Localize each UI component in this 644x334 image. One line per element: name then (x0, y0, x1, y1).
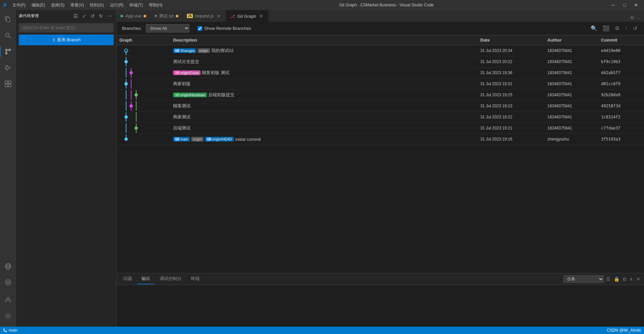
request-js-icon: JS (187, 14, 193, 18)
graph-cell (119, 123, 173, 133)
panel-tab-problems[interactable]: 问题 (119, 274, 136, 284)
panel-tab-bar: 问题 输出 调试控制台 终端 任务 ☰ 🔒 ⧉ ∧ ✕ (117, 273, 644, 285)
date-cell: 31 Jul 2023 20:22 (480, 59, 547, 64)
tab-app-vue[interactable]: ▶ App.vue (117, 10, 151, 22)
menu-goto[interactable]: 转到(G) (87, 2, 106, 9)
graph-cell (119, 68, 173, 77)
terminal-icon[interactable]: ⬛ (601, 24, 611, 33)
panel-tab-output[interactable]: 输出 (138, 274, 154, 284)
panel-content (117, 285, 644, 327)
table-row[interactable]: ⎇origin/Guke顾客初版 测试31 Jul 2023 19:361834… (117, 67, 644, 78)
more-tabs-icon[interactable]: ··· (635, 14, 641, 22)
activity-bar-item-run[interactable] (0, 60, 16, 76)
tab-git-graph[interactable]: ⎇ Git Graph ✕ (226, 10, 268, 22)
menu-select[interactable]: 选择(S) (48, 2, 67, 9)
commit-hash-cell: 3f5193a3 (601, 137, 641, 142)
table-row[interactable]: 后端测试31 Jul 2023 19:2118348375641c7fdae37 (117, 123, 644, 134)
menu-view[interactable]: 查看(V) (68, 2, 87, 9)
panel-copy-icon[interactable]: ⧉ (622, 275, 627, 283)
svg-rect-12 (8, 84, 11, 87)
close-button[interactable]: ✕ (631, 1, 641, 9)
date-cell: 31 Jul 2023 19:22 (480, 115, 547, 119)
show-remote-input[interactable] (198, 26, 202, 31)
branch-tag: origin (191, 137, 204, 142)
commit-message-input[interactable] (19, 23, 114, 33)
titlebar: ✗ 文件(F) 编辑(E) 选择(S) 查看(V) 转到(G) 运行(R) 终端… (0, 0, 644, 10)
table-row[interactable]: ⎇mainorigin⎇origin/HEADInitial commit31 … (117, 134, 644, 145)
col-commit: Commit (601, 38, 641, 43)
svg-point-6 (6, 53, 7, 54)
commit-hash-cell: e4d19e80 (601, 48, 641, 53)
tab-close-request-js[interactable]: ✕ (216, 13, 222, 19)
refresh-icon[interactable]: ↺ (632, 24, 639, 33)
tab-close-git-graph[interactable]: ✕ (258, 13, 264, 19)
table-row[interactable]: ⎇origin/Houduan后端初版提交31 Jul 2023 19:2518… (117, 90, 644, 101)
tab-request-js[interactable]: JS request.js ✕ (183, 10, 226, 22)
commit-hash-cell: 49258f3d (601, 104, 641, 108)
panel-tab-terminal[interactable]: 终端 (187, 274, 204, 284)
activity-bar-item-ai[interactable] (0, 274, 16, 290)
sidebar-refresh-icon[interactable]: ↺ (89, 13, 96, 19)
table-row[interactable]: 顾客测试31 Jul 2023 19:231834837564149258f3d (117, 101, 644, 112)
panel-right: 任务 ☰ 🔒 ⧉ ∧ ✕ (564, 275, 641, 283)
table-row[interactable]: 测试分支提交31 Jul 2023 20:2218348375641bf9c19… (117, 56, 644, 67)
table-row[interactable]: 商家初版31 Jul 2023 19:3118348375641d01cc8f9 (117, 78, 644, 90)
publish-icon: ⇧ (52, 38, 56, 43)
table-row[interactable]: ⎇Shangjiaorigin我的测试0231 Jul 2023 20:3418… (117, 45, 644, 56)
settings-icon[interactable]: ⚙ (613, 24, 621, 33)
git-graph-toolbar: Branches: Show All Show Remote Branches … (117, 22, 644, 35)
status-bar-branch[interactable]: main (3, 328, 17, 333)
activity-bar-item-extensions[interactable] (0, 76, 16, 92)
menu-run[interactable]: 运行(R) (107, 2, 126, 9)
description-cell: 顾客测试 (173, 103, 480, 109)
sidebar-more-icon[interactable]: ··· (106, 13, 114, 19)
commit-message: 我的测试02 (211, 48, 233, 54)
split-editor-icon[interactable]: ⧉ (629, 14, 635, 22)
activity-bar-item-account[interactable] (0, 292, 16, 308)
panel-lock-icon[interactable]: 🔒 (613, 275, 621, 283)
menu-edit[interactable]: 编辑(E) (29, 2, 48, 9)
menu-terminal[interactable]: 终端(T) (127, 2, 145, 9)
editor-area: ▶ App.vue ≡ 测试.txt JS request.js ✕ ⎇ Git… (117, 10, 644, 327)
tab-test-txt[interactable]: ≡ 测试.txt (151, 10, 183, 22)
menu-file[interactable]: 文件(F) (10, 2, 28, 9)
tab-bar: ▶ App.vue ≡ 测试.txt JS request.js ✕ ⎇ Git… (117, 10, 644, 22)
panel-tab-debug[interactable]: 调试控制台 (156, 274, 185, 284)
commit-hash-cell: 442ab5f7 (601, 70, 641, 75)
svg-point-32 (124, 82, 128, 86)
fetch-icon[interactable]: ↑ (624, 24, 629, 33)
activity-bar-item-source-control[interactable] (0, 44, 16, 60)
branches-select[interactable]: Show All (146, 24, 190, 33)
sidebar-check-icon[interactable]: ✓ (81, 13, 88, 19)
description-cell: 测试分支提交 (173, 59, 480, 65)
publish-branch-button[interactable]: ⇧ 发布 Branch (19, 35, 114, 45)
restore-button[interactable]: □ (619, 1, 630, 9)
search-commits-icon[interactable]: 🔍 (589, 24, 599, 33)
commit-hash-cell: c7fdae37 (601, 126, 641, 130)
sidebar-sync-icon[interactable]: ↻ (98, 13, 105, 19)
show-remote-checkbox: Show Remote Branches (198, 26, 251, 31)
activity-bar-item-explorer[interactable] (0, 11, 16, 27)
activity-bar-item-settings[interactable] (0, 308, 16, 324)
date-cell: 31 Jul 2023 19:16 (480, 137, 547, 142)
commit-message: 测试分支提交 (173, 59, 199, 65)
sidebar-menu-icon[interactable]: ☰ (72, 13, 79, 19)
app-layout: 源代码管理 ☰ ✓ ↺ ↻ ··· ⇧ 发布 Branch (0, 10, 644, 327)
menu-help[interactable]: 帮助(H) (146, 2, 165, 9)
panel-close-icon[interactable]: ✕ (635, 275, 641, 283)
activity-bar-item-remote[interactable] (0, 258, 16, 274)
tab-label-test-txt: 测试.txt (159, 13, 173, 19)
svg-point-37 (135, 93, 138, 97)
author-cell: 18348375641 (547, 115, 601, 119)
task-select[interactable]: 任务 (564, 275, 604, 283)
graph-cell (119, 79, 173, 89)
graph-cell (119, 46, 173, 55)
activity-bar-item-search[interactable] (0, 27, 16, 44)
minimize-button[interactable]: ─ (608, 1, 619, 9)
graph-cell (119, 57, 173, 66)
panel-menu-icon[interactable]: ☰ (605, 275, 611, 283)
date-cell: 31 Jul 2023 19:36 (480, 70, 547, 75)
commit-message: 商家初版 (173, 81, 191, 87)
panel-chevron-up-icon[interactable]: ∧ (629, 275, 634, 283)
table-row[interactable]: 商家测试31 Jul 2023 19:22183483756411c8314f2 (117, 112, 644, 123)
